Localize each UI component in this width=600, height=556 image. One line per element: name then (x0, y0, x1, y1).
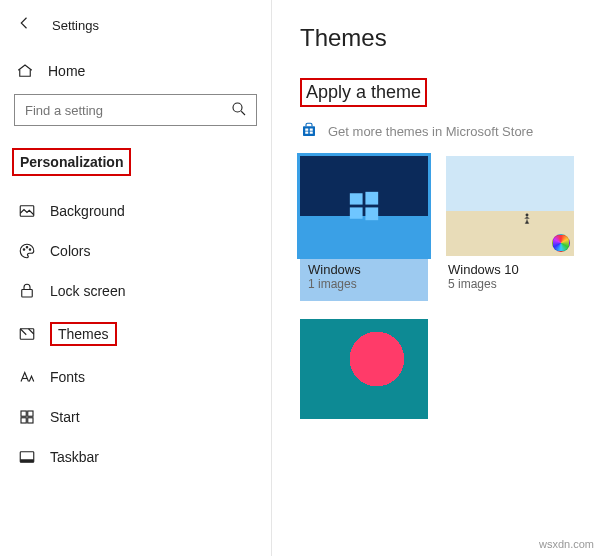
svg-point-3 (26, 247, 28, 249)
theme-card-footer: Windows 10 5 images (446, 256, 574, 301)
category-label: Personalization (12, 148, 131, 176)
svg-point-4 (29, 249, 31, 251)
svg-rect-20 (350, 207, 363, 218)
search-input[interactable] (23, 102, 230, 119)
svg-rect-14 (305, 129, 308, 131)
palette-icon (18, 242, 36, 260)
svg-point-22 (526, 214, 528, 216)
nav-taskbar-label: Taskbar (50, 449, 99, 465)
search-box[interactable] (14, 94, 257, 126)
theme-sub: 5 images (448, 277, 572, 291)
svg-rect-17 (310, 132, 313, 134)
svg-rect-16 (305, 132, 308, 134)
svg-rect-19 (365, 192, 378, 205)
svg-rect-12 (20, 459, 34, 462)
theme-name: Windows 10 (448, 262, 572, 277)
svg-rect-8 (28, 411, 33, 416)
nav-lockscreen-label: Lock screen (50, 283, 125, 299)
app-title: Settings (52, 18, 99, 33)
themes-icon (18, 325, 36, 343)
nav-colors[interactable]: Colors (12, 232, 261, 270)
arrow-left-icon (16, 14, 34, 32)
svg-rect-10 (28, 418, 33, 423)
lock-icon (18, 282, 36, 300)
svg-rect-9 (21, 418, 26, 423)
svg-rect-15 (310, 129, 313, 131)
home-icon (16, 62, 34, 80)
main-panel: Themes Apply a theme Get more themes in … (272, 0, 600, 556)
person-silhouette-icon (520, 204, 534, 234)
theme-sub: 1 images (308, 277, 420, 291)
nav-start[interactable]: Start (12, 398, 261, 436)
svg-rect-21 (365, 207, 378, 220)
nav-taskbar[interactable]: Taskbar (12, 438, 261, 476)
back-button[interactable] (16, 14, 34, 36)
watermark: wsxdn.com (539, 538, 594, 550)
svg-rect-7 (21, 411, 26, 416)
nav-colors-label: Colors (50, 243, 90, 259)
nav-background-label: Background (50, 203, 125, 219)
theme-thumb (446, 156, 574, 256)
theme-card-windows[interactable]: Windows 1 images (300, 156, 428, 301)
theme-thumb (300, 156, 428, 256)
theme-card-flowers[interactable] (300, 319, 428, 419)
theme-card-footer: Windows 1 images (300, 256, 428, 301)
color-badge-icon (552, 234, 570, 252)
nav-fonts-label: Fonts (50, 369, 85, 385)
nav-themes-label: Themes (50, 322, 117, 346)
fonts-icon (18, 368, 36, 386)
svg-point-0 (233, 103, 242, 112)
search-icon (230, 100, 248, 121)
nav-fonts[interactable]: Fonts (12, 358, 261, 396)
start-icon (18, 408, 36, 426)
titlebar: Settings (10, 12, 261, 52)
section-heading: Apply a theme (300, 78, 427, 107)
page-title: Themes (300, 24, 600, 52)
taskbar-icon (18, 448, 36, 466)
nav-home-label: Home (48, 63, 85, 79)
theme-grid: Windows 1 images Windows 10 5 images (300, 156, 600, 419)
nav-start-label: Start (50, 409, 80, 425)
picture-icon (18, 202, 36, 220)
svg-rect-5 (22, 290, 33, 298)
nav-background[interactable]: Background (12, 192, 261, 230)
store-link[interactable]: Get more themes in Microsoft Store (300, 121, 600, 142)
nav-themes[interactable]: Themes (12, 312, 261, 356)
theme-thumb (300, 319, 428, 419)
svg-rect-13 (303, 126, 315, 136)
sidebar: Settings Home Personalization Background… (0, 0, 272, 556)
svg-rect-18 (350, 193, 363, 204)
theme-card-windows10[interactable]: Windows 10 5 images (446, 156, 574, 301)
nav-list: Background Colors Lock screen Themes Fon (12, 192, 261, 476)
store-icon (300, 121, 318, 142)
store-link-text: Get more themes in Microsoft Store (328, 124, 533, 139)
svg-point-2 (23, 249, 25, 251)
windows-logo-icon (347, 189, 381, 223)
nav-lockscreen[interactable]: Lock screen (12, 272, 261, 310)
nav-home[interactable]: Home (10, 52, 261, 94)
theme-name: Windows (308, 262, 420, 277)
